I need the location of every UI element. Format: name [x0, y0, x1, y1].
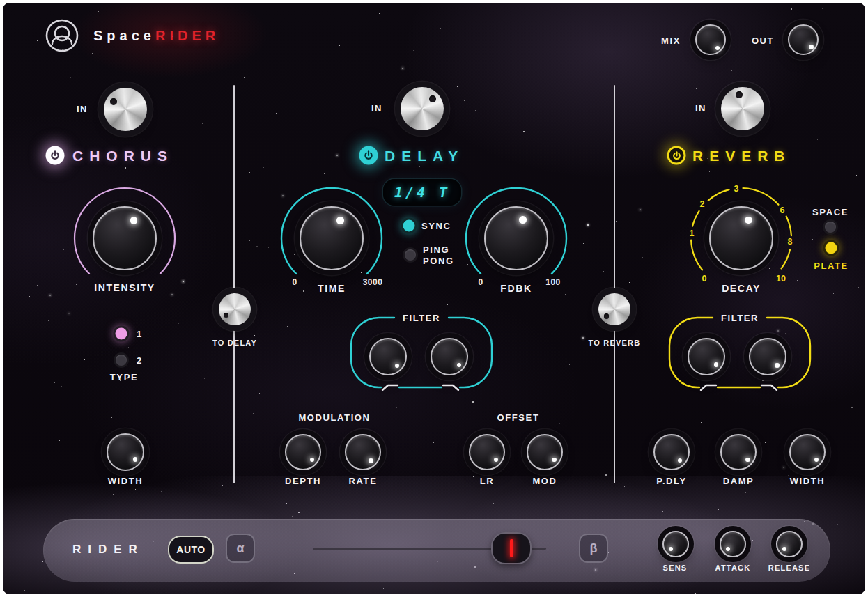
- reverb-in-label: IN: [695, 103, 706, 114]
- ping-pong-label-line1: PING: [423, 245, 454, 256]
- reverb-power-button[interactable]: [667, 146, 686, 165]
- depth-label: DEPTH: [285, 476, 321, 486]
- offset-label: OFFSET: [497, 412, 540, 423]
- delay-title: DELAY: [385, 148, 464, 164]
- alpha-button[interactable]: α: [226, 534, 255, 563]
- reverb-title: REVERB: [692, 148, 791, 164]
- chorus-width-label: WIDTH: [108, 476, 144, 486]
- intensity-label: INTENSITY: [94, 282, 155, 293]
- plate-label: PLATE: [814, 261, 848, 271]
- knob-indicator-dot: [604, 313, 609, 318]
- to-delay-label: TO DELAY: [212, 339, 257, 347]
- plugin-window: SpaceRIDER MIX OUT IN CHORUS INTENSITY 1…: [0, 0, 868, 597]
- knob-indicator-dot: [745, 458, 750, 463]
- lowpass-icon: [442, 382, 460, 392]
- damp-knob[interactable]: [720, 434, 757, 470]
- knob-indicator-dot: [310, 458, 315, 463]
- chorus-type-2-radio[interactable]: [116, 355, 127, 366]
- ping-pong-label-line2: PONG: [423, 256, 454, 267]
- depth-knob[interactable]: [285, 434, 321, 470]
- mix-label: MIX: [661, 36, 681, 46]
- knob-indicator-dot: [457, 363, 462, 368]
- decay-tick-8: 8: [788, 237, 793, 247]
- mod-label: MOD: [532, 476, 557, 486]
- knob-indicator-dot: [736, 91, 743, 98]
- power-icon: [49, 150, 61, 162]
- sync-toggle[interactable]: [403, 220, 415, 232]
- to-reverb-knob[interactable]: [598, 293, 630, 325]
- plugin-surface: SpaceRIDER MIX OUT IN CHORUS INTENSITY 1…: [3, 3, 865, 594]
- knob-indicator-dot: [745, 217, 752, 224]
- chorus-width-knob[interactable]: [107, 433, 144, 471]
- reverb-in-knob[interactable]: [721, 87, 764, 130]
- rider-title: RIDER: [72, 543, 144, 557]
- sens-knob[interactable]: [662, 531, 689, 557]
- to-delay-knob[interactable]: [219, 293, 251, 325]
- time-max: 3000: [363, 277, 383, 287]
- time-min: 0: [292, 277, 297, 287]
- chorus-title: CHORUS: [72, 148, 173, 164]
- space-radio[interactable]: [825, 222, 836, 233]
- knob-indicator-dot: [715, 46, 720, 51]
- pdly-knob[interactable]: [653, 434, 690, 470]
- delay-filter-lp-knob[interactable]: [431, 338, 468, 375]
- fdbk-label: FDBK: [500, 283, 532, 294]
- chorus-type-1-label: 1: [137, 329, 143, 339]
- decay-tick-1: 1: [690, 228, 695, 238]
- out-knob[interactable]: [788, 24, 819, 55]
- delay-time-display[interactable]: 1/4 T: [383, 179, 461, 206]
- knob-indicator-dot: [809, 45, 814, 49]
- beta-button[interactable]: β: [579, 534, 608, 563]
- delay-power-button[interactable]: [359, 146, 378, 165]
- chorus-type-2-label: 2: [137, 355, 143, 366]
- knob-indicator-dot: [714, 362, 719, 367]
- knob-indicator-dot: [336, 217, 344, 224]
- decay-tick-6: 6: [780, 206, 785, 215]
- reverb-filter-lp-knob[interactable]: [749, 338, 786, 375]
- decay-tick-3: 3: [734, 184, 739, 194]
- plate-radio[interactable]: [826, 242, 837, 254]
- reverb-filter-hp-knob[interactable]: [688, 338, 725, 375]
- chorus-type-1-radio[interactable]: [116, 328, 127, 340]
- highpass-icon: [381, 382, 399, 392]
- divider-delay-reverb: [614, 85, 615, 483]
- decay-knob[interactable]: [709, 206, 773, 270]
- chorus-in-knob[interactable]: [104, 88, 147, 131]
- decay-label: DECAY: [722, 283, 761, 294]
- brand-title: SpaceRIDER: [93, 28, 219, 44]
- delay-filter-hp-knob[interactable]: [369, 338, 407, 375]
- modulation-label: MODULATION: [298, 412, 370, 423]
- chorus-power-button[interactable]: [46, 146, 65, 165]
- rider-slider-handle[interactable]: [491, 532, 532, 564]
- knob-indicator-dot: [110, 98, 117, 105]
- out-label: OUT: [752, 36, 774, 46]
- time-knob[interactable]: [300, 206, 364, 270]
- lr-knob[interactable]: [469, 434, 505, 470]
- fdbk-knob[interactable]: [484, 206, 548, 270]
- intensity-knob[interactable]: [93, 206, 157, 270]
- delay-time-display-value: 1/4 T: [394, 184, 450, 201]
- to-reverb-label: TO REVERB: [589, 339, 641, 347]
- ping-pong-toggle[interactable]: [405, 249, 416, 261]
- delay-in-knob[interactable]: [401, 87, 444, 130]
- knob-indicator-dot: [224, 313, 228, 318]
- rider-bar: [43, 519, 830, 582]
- knob-indicator-dot: [726, 547, 731, 552]
- brand-space: Space: [93, 28, 155, 43]
- knob-indicator-dot: [775, 363, 780, 368]
- knob-indicator-dot: [369, 458, 373, 463]
- rate-knob[interactable]: [345, 434, 381, 470]
- pdly-label: P.DLY: [656, 476, 686, 486]
- astronaut-logo-icon: [44, 17, 80, 54]
- space-label: SPACE: [812, 207, 848, 217]
- reverb-width-knob[interactable]: [789, 434, 826, 470]
- auto-button[interactable]: AUTO: [168, 536, 214, 564]
- auto-button-label: AUTO: [176, 544, 205, 555]
- brand-rider: RIDER: [155, 28, 219, 43]
- chorus-in-label: IN: [77, 104, 88, 114]
- attack-knob[interactable]: [720, 531, 746, 557]
- knob-indicator-dot: [133, 457, 138, 462]
- release-knob[interactable]: [776, 531, 803, 557]
- mix-knob[interactable]: [695, 24, 726, 55]
- mod-knob[interactable]: [527, 434, 563, 470]
